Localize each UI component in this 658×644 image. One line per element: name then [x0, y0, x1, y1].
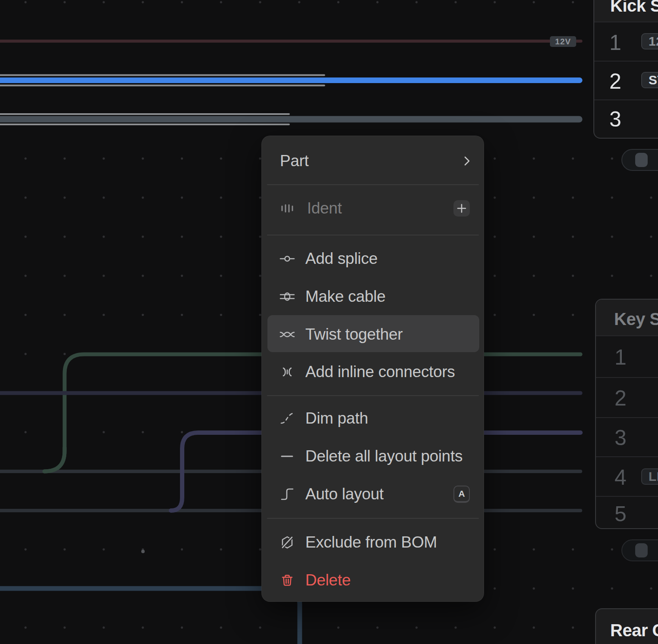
ident-icon — [279, 201, 295, 216]
trash-icon — [279, 573, 295, 588]
toggle-switch[interactable] — [621, 149, 658, 171]
menu-separator — [267, 184, 479, 185]
minus-icon — [279, 449, 295, 464]
wire-label-12v: 12V — [550, 36, 576, 47]
pin-row[interactable]: 1 — [596, 336, 658, 377]
chevron-right-icon — [459, 153, 475, 169]
connector-panel-rear: Rear C — [595, 608, 658, 644]
add-splice-icon — [279, 251, 295, 266]
toggle-switch[interactable] — [621, 539, 658, 561]
context-menu: Part Ident Add splice Make cable Twist t… — [261, 136, 484, 602]
menu-item-twist-together[interactable]: Twist together — [262, 316, 484, 353]
connector-panel-kick: Kick S 1 12 2 ST 3 — [593, 0, 658, 139]
twist-together-icon — [279, 327, 295, 342]
shortcut-key-a: A — [453, 486, 470, 503]
menu-separator — [267, 235, 479, 235]
menu-item-make-cable[interactable]: Make cable — [262, 278, 484, 316]
menu-separator — [267, 395, 479, 396]
menu-item-part[interactable]: Part — [262, 142, 484, 180]
pin-row[interactable]: 1 12 — [594, 22, 658, 61]
menu-item-auto-layout[interactable]: Auto layout — [262, 475, 484, 513]
pin-row[interactable]: 2 — [596, 378, 658, 417]
wire-steel[interactable] — [0, 588, 300, 644]
auto-layout-icon — [279, 486, 295, 502]
pin-badge: LI — [641, 468, 658, 485]
menu-item-delete-all-layout-points[interactable]: Delete all layout points — [262, 437, 484, 475]
make-cable-icon — [279, 289, 295, 304]
pin-row[interactable]: 4 LI — [596, 457, 658, 496]
toggle-knob — [635, 543, 648, 557]
pin-row[interactable]: 3 — [594, 100, 658, 138]
menu-item-delete[interactable]: Delete — [262, 561, 484, 599]
dim-path-icon — [279, 411, 295, 426]
pin-row[interactable]: 2 ST — [594, 62, 658, 99]
menu-item-exclude-from-bom[interactable]: Exclude from BOM — [262, 523, 484, 561]
menu-item-dim-path[interactable]: Dim path — [262, 399, 484, 437]
menu-item-add-splice[interactable]: Add splice — [262, 240, 484, 278]
add-ident-button[interactable] — [453, 200, 470, 217]
menu-separator — [267, 518, 479, 519]
add-inline-connectors-icon — [279, 364, 295, 380]
connector-panel-key: Key S 1 2 3 4 LI 5 — [595, 299, 658, 529]
panel-title: Rear C — [610, 621, 658, 640]
pin-badge: 12 — [641, 33, 658, 50]
exclude-from-bom-icon — [279, 535, 295, 550]
wire-green-merge — [44, 448, 65, 471]
pin-row[interactable]: 5 — [596, 497, 658, 530]
plus-icon — [456, 203, 467, 214]
panel-title: Key S — [614, 310, 658, 329]
menu-item-add-inline-connectors[interactable]: Add inline connectors — [262, 353, 484, 391]
toggle-knob — [635, 153, 648, 167]
pin-badge: ST — [641, 72, 658, 88]
menu-item-ident[interactable]: Ident — [262, 189, 484, 227]
panel-title: Kick S — [610, 0, 658, 15]
pin-row[interactable]: 3 — [596, 418, 658, 456]
